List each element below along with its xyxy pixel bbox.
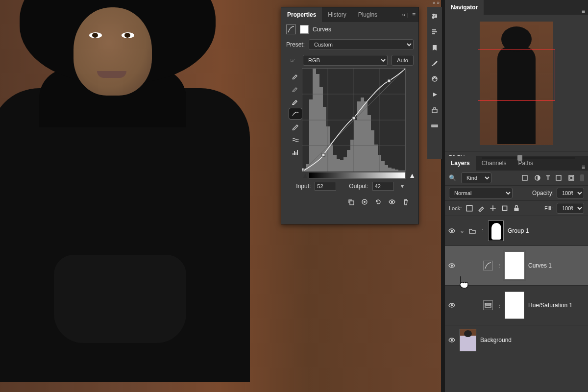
panel-menu-icon[interactable]: ≡: [582, 8, 585, 15]
curves-mask-thumb[interactable]: [505, 252, 524, 279]
view-previous-icon[interactable]: [361, 198, 368, 206]
output-field[interactable]: [372, 182, 394, 191]
panel-menu-icon[interactable]: ≡: [582, 164, 585, 171]
measure-icon[interactable]: [430, 122, 439, 130]
cursor-pointer-icon: [458, 275, 470, 289]
input-gradient[interactable]: [309, 172, 406, 179]
curves-layer-icon: [483, 261, 493, 270]
delete-icon[interactable]: [402, 198, 410, 206]
visibility-icon[interactable]: [448, 262, 456, 270]
svg-rect-32: [514, 208, 519, 211]
layer-name[interactable]: Hue/Saturation 1: [528, 302, 572, 309]
tab-layers[interactable]: Layers: [445, 156, 476, 171]
preset-label: Preset:: [286, 41, 305, 48]
svg-point-20: [433, 78, 434, 79]
paragraph-icon[interactable]: [430, 27, 439, 36]
curves-adj-icon: [286, 24, 296, 34]
svg-rect-36: [485, 303, 491, 305]
filter-shape-icon[interactable]: [555, 174, 563, 182]
opacity-select[interactable]: 100%: [557, 188, 584, 198]
clip-to-layer-icon[interactable]: [347, 198, 355, 206]
lock-position-icon[interactable]: [489, 204, 497, 212]
black-point-slider[interactable]: ▲: [302, 172, 309, 179]
svg-rect-30: [467, 205, 472, 211]
toggle-visibility-icon[interactable]: [388, 198, 396, 206]
link-icon: ⋮: [497, 303, 501, 308]
adjustments-icon[interactable]: [430, 12, 439, 21]
clone-source-icon[interactable]: [430, 106, 439, 115]
mask-icon[interactable]: [300, 25, 309, 34]
fill-label: Fill:: [544, 205, 553, 211]
svg-point-22: [436, 78, 437, 79]
layer-row-group1[interactable]: ⌄ ⋮ Group 1: [445, 216, 588, 246]
layer-name[interactable]: Curves 1: [528, 262, 552, 269]
huesat-layer-icon: [483, 300, 493, 310]
layer-row-background[interactable]: Background: [445, 325, 588, 355]
svg-rect-23: [432, 109, 437, 113]
background-thumb[interactable]: [460, 329, 476, 351]
auto-button[interactable]: Auto: [392, 55, 414, 66]
brush-icon[interactable]: [430, 59, 439, 68]
actions-icon[interactable]: [430, 90, 439, 99]
lock-all-icon[interactable]: [513, 204, 520, 212]
libraries-icon[interactable]: [430, 43, 439, 52]
curve-point-tool-icon[interactable]: [289, 108, 302, 119]
filter-pixel-icon[interactable]: [521, 174, 529, 182]
white-point-slider[interactable]: ▲: [409, 172, 416, 179]
filter-smart-icon[interactable]: [567, 174, 575, 182]
layer-name[interactable]: Group 1: [508, 227, 529, 234]
filter-toggle-icon[interactable]: [580, 174, 584, 181]
tab-navigator[interactable]: Navigator: [445, 0, 484, 15]
panel-menu-icon[interactable]: ≡: [412, 11, 416, 18]
layer-row-huesat1[interactable]: ⋮ Hue/Saturation 1: [445, 286, 588, 325]
adjustment-title: Curves: [313, 26, 331, 33]
lock-artboard-icon[interactable]: [501, 204, 509, 212]
tab-history[interactable]: History: [322, 7, 352, 22]
zoom-slider[interactable]: [482, 157, 575, 159]
swatches-icon[interactable]: [430, 74, 439, 83]
group-mask-thumb[interactable]: [488, 220, 504, 241]
smooth-icon[interactable]: [289, 134, 302, 145]
preset-select[interactable]: Custom: [309, 39, 414, 50]
tab-properties[interactable]: Properties: [281, 7, 322, 22]
huesat-mask-thumb[interactable]: [505, 292, 524, 319]
tab-plugins[interactable]: Plugins: [352, 7, 383, 22]
visibility-icon[interactable]: [448, 227, 456, 235]
eyedropper-white-icon[interactable]: [289, 96, 302, 106]
search-icon: 🔍: [449, 174, 456, 181]
svg-rect-31: [503, 206, 507, 210]
histogram-options-icon[interactable]: [289, 147, 302, 157]
disclosure-icon[interactable]: ⌄: [460, 227, 465, 234]
pencil-tool-icon[interactable]: [289, 121, 302, 132]
panel-collapse-arrows[interactable]: « »: [426, 0, 446, 6]
input-field[interactable]: [315, 182, 336, 191]
curve-point-menu-icon[interactable]: ▾: [401, 183, 404, 190]
navigator-panel: Navigator ≡ 50.5% ▲ ▲: [445, 0, 588, 156]
collapsed-panels-strip: [427, 7, 442, 159]
svg-rect-29: [570, 176, 573, 179]
panel-expand-icon[interactable]: ›› ∣: [402, 12, 409, 18]
filter-adjust-icon[interactable]: [534, 174, 541, 182]
channel-select[interactable]: RGB: [303, 55, 388, 66]
opacity-label: Opacity:: [532, 190, 554, 196]
svg-rect-37: [485, 306, 491, 307]
eyedropper-black-icon[interactable]: [289, 70, 302, 81]
visibility-icon[interactable]: [448, 336, 456, 344]
visibility-icon[interactable]: [448, 301, 456, 309]
reset-icon[interactable]: [374, 198, 382, 206]
svg-point-16: [433, 14, 435, 16]
lock-transparent-icon[interactable]: [466, 204, 473, 212]
auto-finger-icon[interactable]: ☞: [286, 57, 299, 64]
blend-mode-select[interactable]: Normal: [449, 188, 513, 198]
filter-type-icon[interactable]: T: [546, 174, 550, 181]
lock-pixels-icon[interactable]: [477, 204, 485, 212]
curves-graph[interactable]: [302, 68, 406, 172]
navigator-thumbnail[interactable]: [480, 22, 553, 145]
navigator-viewport-box[interactable]: [478, 49, 555, 101]
layer-filter-select[interactable]: Kind: [461, 172, 491, 183]
eyedropper-gray-icon[interactable]: [289, 83, 302, 94]
svg-point-33: [451, 230, 453, 232]
svg-rect-27: [556, 175, 561, 180]
layer-name[interactable]: Background: [480, 337, 512, 343]
fill-select[interactable]: 100%: [557, 203, 584, 214]
